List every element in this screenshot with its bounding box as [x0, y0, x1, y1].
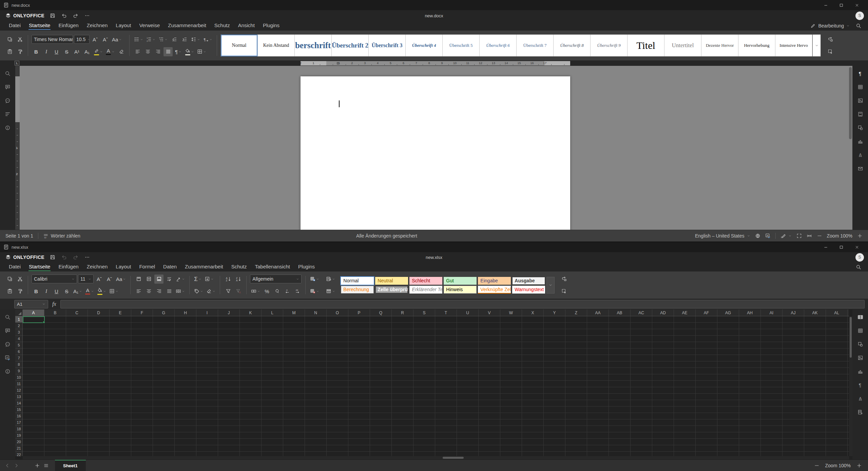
replace-button[interactable]: [559, 275, 568, 284]
replace-button[interactable]: [826, 35, 835, 44]
cell-styles-gallery-expand[interactable]: [546, 277, 555, 294]
search-icon[interactable]: [5, 71, 11, 76]
column-header-B[interactable]: B: [44, 309, 66, 316]
fx-icon[interactable]: fx: [51, 301, 58, 307]
tab-zeichnen[interactable]: Zeichnen: [83, 21, 112, 30]
row-header-10[interactable]: 10: [15, 374, 22, 381]
row-header-12[interactable]: 12: [15, 387, 22, 394]
active-cell-selection[interactable]: [23, 316, 45, 323]
clear-button[interactable]: [205, 287, 216, 296]
style-überschrift-1[interactable]: Überschrift 1: [295, 35, 332, 56]
style-normal[interactable]: Normal: [221, 35, 258, 56]
style-hervorhebung[interactable]: Hervorhebung: [738, 35, 775, 56]
track-changes-button[interactable]: [780, 233, 792, 239]
style-untertitel[interactable]: Untertitel: [664, 35, 701, 56]
row-header-5[interactable]: 5: [15, 342, 22, 348]
chat-icon[interactable]: [5, 341, 11, 347]
tab-schutz[interactable]: Schutz: [227, 263, 251, 271]
row-header-15[interactable]: 15: [15, 407, 22, 413]
cut-button[interactable]: [15, 35, 24, 44]
tab-selector[interactable]: L: [15, 61, 19, 65]
marks-button[interactable]: ¶: [202, 35, 213, 44]
shape-settings-icon[interactable]: [857, 125, 863, 131]
align-center-button[interactable]: [143, 47, 152, 56]
shape-settings-icon[interactable]: [857, 341, 863, 347]
column-header-AJ[interactable]: AJ: [783, 309, 804, 316]
next-sheet-button[interactable]: [14, 463, 19, 468]
tab-zeichnen[interactable]: Zeichnen: [83, 263, 112, 271]
multilevel-button[interactable]: [157, 35, 169, 44]
paste-button[interactable]: [5, 47, 14, 56]
borders-button[interactable]: [196, 47, 207, 56]
increment-font-button[interactable]: Aˆ: [95, 275, 104, 284]
tab-formel[interactable]: Formel: [135, 263, 159, 271]
column-header-AI[interactable]: AI: [761, 309, 783, 316]
valign-top-button[interactable]: [134, 275, 143, 284]
search-icon[interactable]: [856, 264, 861, 270]
underline-button[interactable]: U: [52, 287, 61, 296]
spellcheck-panel-icon[interactable]: A: [5, 355, 11, 361]
fit-page-icon[interactable]: [796, 233, 802, 239]
strikethrough-button[interactable]: S: [62, 287, 71, 296]
formula-input[interactable]: [60, 300, 865, 308]
column-header-AC[interactable]: AC: [631, 309, 652, 316]
row-header-21[interactable]: 21: [15, 445, 22, 452]
column-header-Q[interactable]: Q: [370, 309, 392, 316]
merge-button[interactable]: [175, 287, 186, 296]
row-header-11[interactable]: 11: [15, 381, 22, 387]
row-headers[interactable]: 123456789101112131415161718192021222324: [15, 316, 23, 456]
row-header-20[interactable]: 20: [15, 439, 22, 445]
row-header-17[interactable]: 17: [15, 419, 22, 426]
column-header-J[interactable]: J: [218, 309, 240, 316]
italic-button[interactable]: I: [42, 287, 51, 296]
maximize-button[interactable]: [833, 0, 849, 10]
more-actions-button[interactable]: [84, 255, 90, 260]
row-header-19[interactable]: 19: [15, 432, 22, 439]
table-settings-icon[interactable]: [857, 328, 863, 334]
about-icon[interactable]: [5, 125, 11, 131]
font-size-combo[interactable]: 11: [78, 275, 94, 283]
row-header-1[interactable]: 1: [15, 316, 22, 323]
column-header-AH[interactable]: AH: [739, 309, 761, 316]
fill-color-button[interactable]: [96, 287, 107, 296]
column-header-D[interactable]: D: [88, 309, 110, 316]
style-intensive-hervo[interactable]: Intensive Hervo: [775, 35, 812, 56]
style-überschrift-4[interactable]: Überschrift 4: [406, 35, 443, 56]
column-header-V[interactable]: V: [479, 309, 500, 316]
paragraph-settings-icon[interactable]: ¶: [857, 71, 863, 76]
insert-cells-button[interactable]: [309, 275, 320, 284]
valign-bottom-button[interactable]: [154, 275, 163, 284]
tab-plugins[interactable]: Plugins: [294, 263, 319, 271]
tab-startseite[interactable]: Startseite: [25, 263, 54, 271]
sort-az-button[interactable]: AZ: [224, 275, 233, 284]
number-format-combo[interactable]: Allgemein: [250, 275, 302, 283]
zoom-out-button[interactable]: [814, 463, 819, 468]
subscript-superscript-button[interactable]: A₁: [72, 287, 83, 296]
cell-style-zelle-überprüfe[interactable]: Zelle überprüfe: [375, 286, 408, 294]
column-header-AA[interactable]: AA: [587, 309, 609, 316]
accounting-style-button[interactable]: [250, 287, 261, 296]
superscript-button[interactable]: A¹: [72, 47, 81, 56]
column-header-S[interactable]: S: [413, 309, 435, 316]
cell-style-berechnung[interactable]: Berechnung: [341, 286, 374, 294]
copy-button[interactable]: [5, 275, 14, 284]
row-header-22[interactable]: 22: [15, 452, 22, 456]
about-icon[interactable]: [5, 369, 11, 374]
column-headers[interactable]: ABCDEFGHIJKLMNOPQRSTUVWXYZAAABACADAEAFAG…: [23, 309, 849, 316]
tab-ansicht[interactable]: Ansicht: [234, 21, 259, 30]
row-header-2[interactable]: 2: [15, 323, 22, 329]
strikethrough-button[interactable]: S: [62, 47, 71, 56]
indent-marker[interactable]: [337, 62, 339, 64]
column-header-U[interactable]: U: [457, 309, 479, 316]
search-icon[interactable]: [856, 23, 861, 29]
align-justify-button[interactable]: [163, 47, 173, 56]
column-header-W[interactable]: W: [500, 309, 522, 316]
style-überschrift-2[interactable]: Überschrift 2: [332, 35, 369, 56]
style-überschrift-3[interactable]: Überschrift 3: [369, 35, 406, 56]
spellcheck-icon[interactable]: A: [765, 233, 771, 239]
column-header-G[interactable]: G: [153, 309, 175, 316]
column-header-L[interactable]: L: [262, 309, 283, 316]
style-dezente-hervor[interactable]: Dezente Hervor: [701, 35, 738, 56]
row-header-14[interactable]: 14: [15, 400, 22, 407]
chat-icon[interactable]: [5, 98, 11, 103]
